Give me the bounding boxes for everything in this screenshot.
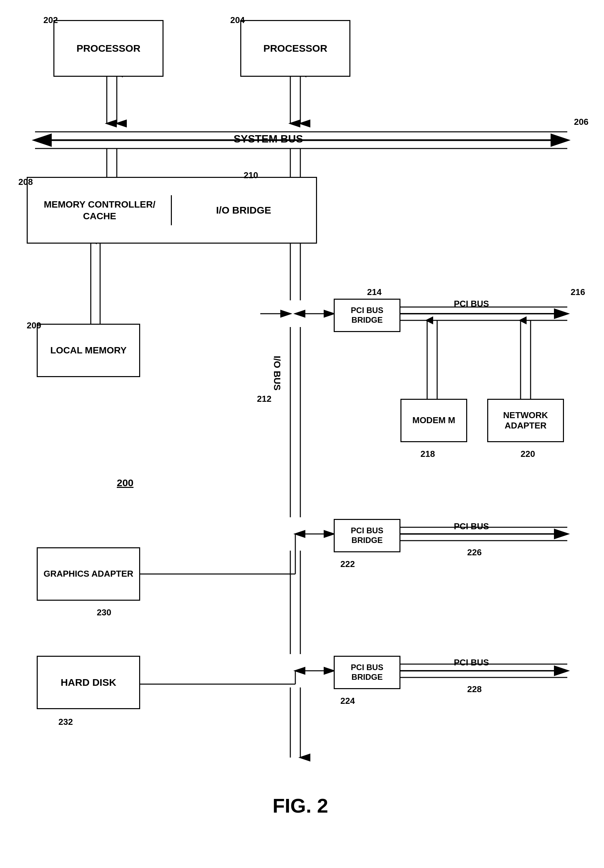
pci-bridge2-box: PCI BUS BRIDGE	[334, 519, 400, 552]
ref-212: 212	[257, 394, 271, 404]
processor1-label: PROCESSOR	[76, 42, 141, 54]
ref-226: 226	[467, 547, 482, 558]
processor2-box: PROCESSOR	[240, 20, 350, 77]
local-memory-box: LOCAL MEMORY	[37, 324, 140, 377]
pci-bus1-label: PCI BUS	[454, 299, 489, 309]
ref-208: 208	[19, 177, 33, 187]
ref-209: 209	[27, 320, 41, 331]
ref-204: 204	[230, 15, 245, 25]
fig-label: FIG. 2	[200, 794, 400, 817]
ref-206: 206	[574, 117, 589, 127]
diagram-container: PROCESSOR PROCESSOR 202 204 SYSTEM BUS 2…	[0, 0, 604, 868]
memory-io-box: MEMORY CONTROLLER/ CACHE I/O BRIDGE	[27, 177, 317, 243]
io-bus-label: I/O BUS	[272, 356, 282, 391]
pci-bridge1-box: PCI BUS BRIDGE	[334, 299, 400, 332]
system-bus-label: SYSTEM BUS	[234, 133, 303, 145]
modem-box: MODEM M	[400, 399, 467, 442]
pci-bridge3-box: PCI BUS BRIDGE	[334, 656, 400, 689]
ref-220: 220	[520, 449, 535, 459]
graphics-adapter-box: GRAPHICS ADAPTER	[37, 547, 140, 601]
ref-222: 222	[341, 559, 355, 569]
memory-controller-label: MEMORY CONTROLLER/ CACHE	[28, 195, 172, 225]
ref-200: 200	[117, 477, 133, 488]
ref-218: 218	[420, 449, 435, 459]
ref-232: 232	[59, 717, 73, 727]
ref-214: 214	[367, 287, 381, 298]
ref-216: 216	[571, 287, 585, 298]
hard-disk-box: HARD DISK	[37, 656, 140, 709]
processor2-label: PROCESSOR	[263, 42, 327, 54]
processor1-box: PROCESSOR	[53, 20, 164, 77]
ref-230: 230	[97, 608, 111, 618]
pci-bus2-label: PCI BUS	[454, 521, 489, 532]
ref-228: 228	[467, 684, 482, 694]
ref-224: 224	[341, 696, 355, 706]
pci-bus3-label: PCI BUS	[454, 657, 489, 668]
io-bridge-label: I/O BRIDGE	[172, 201, 315, 220]
ref-202: 202	[43, 15, 58, 25]
ref-210: 210	[243, 170, 258, 181]
network-adapter-box: NETWORK ADAPTER	[487, 399, 564, 442]
